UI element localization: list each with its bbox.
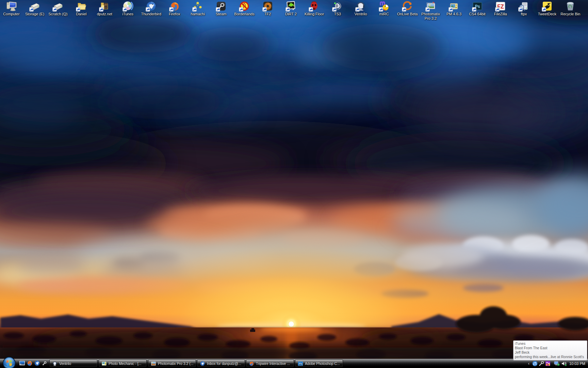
svg-text:Ps: Ps: [299, 363, 302, 365]
